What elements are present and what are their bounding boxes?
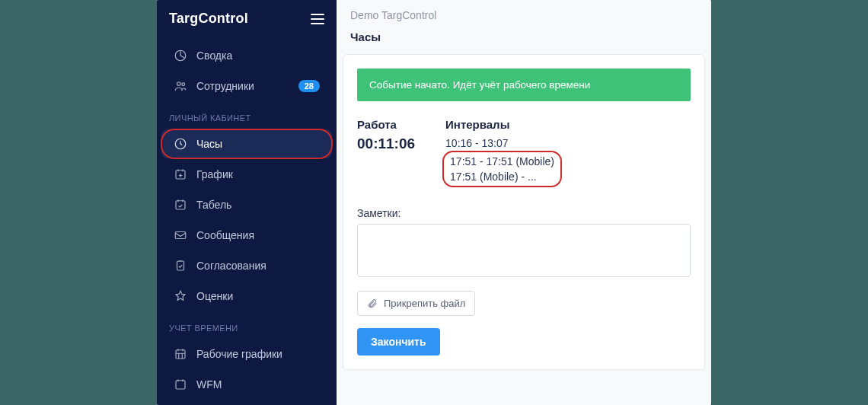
- sidebar-item-label: График: [196, 168, 320, 180]
- section-title-timekeeping: УЧЕТ ВРЕМЕНИ: [157, 311, 337, 339]
- intervals-label: Интервалы: [445, 118, 559, 131]
- interval-row: 17:51 - 17:51 (Mobile): [450, 154, 554, 169]
- main-area: Demo TargControl Часы Событие начато. Ид…: [337, 0, 711, 405]
- sidebar-item-label: Согласования: [196, 260, 320, 272]
- notes-textarea[interactable]: [357, 224, 691, 277]
- calendar-grid-icon: [174, 347, 187, 361]
- sidebar-item-timesheet[interactable]: Табель: [161, 190, 332, 219]
- sidebar-item-summary[interactable]: Сводка: [161, 41, 332, 70]
- svg-point-2: [182, 83, 185, 86]
- status-banner: Событие начато. Идёт учёт рабочего време…: [357, 69, 691, 101]
- sidebar-item-wfm[interactable]: WFM: [161, 370, 332, 399]
- sidebar-item-label: Рабочие графики: [196, 348, 320, 360]
- sidebar-item-hours[interactable]: Часы: [161, 129, 332, 158]
- breadcrumb: Demo TargControl: [337, 0, 711, 26]
- calendar-check-icon: [174, 198, 187, 212]
- sidebar-item-label: Часы: [196, 138, 320, 150]
- calendar-icon: [174, 378, 187, 391]
- pie-chart-icon: [174, 49, 187, 62]
- mail-icon: [174, 228, 187, 242]
- svg-rect-9: [176, 381, 185, 389]
- sidebar-item-schedule[interactable]: График: [161, 160, 332, 189]
- star-icon: [174, 289, 187, 303]
- app-window: TargControl Сводка Сотрудники 28 ЛИЧНЫЙ …: [157, 0, 711, 405]
- sidebar-item-ratings[interactable]: Оценки: [161, 282, 332, 311]
- section-title-personal: ЛИЧНЫЙ КАБИНЕТ: [157, 101, 337, 129]
- interval-row: 10:16 - 13:07: [445, 136, 559, 151]
- clipboard-check-icon: [174, 259, 187, 273]
- sidebar-item-label: Оценки: [196, 290, 320, 302]
- sidebar-item-work-schedules[interactable]: Рабочие графики: [161, 340, 332, 368]
- sidebar-item-label: Сводка: [196, 49, 320, 62]
- work-timer: 00:11:06: [357, 136, 415, 152]
- sidebar-header: TargControl: [157, 0, 337, 40]
- sidebar-item-label: Сотрудники: [196, 80, 289, 92]
- intervals-block: Интервалы 10:16 - 13:07 17:51 - 17:51 (M…: [445, 118, 559, 186]
- sidebar: TargControl Сводка Сотрудники 28 ЛИЧНЫЙ …: [157, 0, 337, 405]
- work-label: Работа: [357, 118, 415, 131]
- svg-rect-6: [175, 232, 186, 239]
- sidebar-nav: Сводка Сотрудники 28 ЛИЧНЫЙ КАБИНЕТ Часы…: [157, 40, 337, 400]
- svg-point-1: [177, 82, 181, 86]
- attach-file-button[interactable]: Прикрепить файл: [357, 291, 475, 316]
- content-scroll[interactable]: Часы Событие начато. Идёт учёт рабочего …: [337, 26, 711, 405]
- finish-button[interactable]: Закончить: [357, 328, 440, 356]
- sidebar-item-approvals[interactable]: Согласования: [161, 251, 332, 280]
- notes-label: Заметки:: [357, 207, 691, 219]
- brand-logo: TargControl: [169, 11, 248, 27]
- interval-row: 17:51 (Mobile) - ...: [450, 169, 554, 184]
- sidebar-item-employees[interactable]: Сотрудники 28: [161, 72, 332, 100]
- svg-rect-7: [177, 261, 184, 270]
- users-icon: [174, 79, 187, 93]
- svg-rect-5: [176, 201, 185, 209]
- sidebar-item-label: Сообщения: [196, 229, 320, 241]
- sidebar-item-messages[interactable]: Сообщения: [161, 221, 332, 250]
- clock-icon: [174, 137, 187, 151]
- employees-badge: 28: [298, 80, 320, 92]
- hours-card: Событие начато. Идёт учёт рабочего време…: [343, 54, 705, 370]
- svg-rect-8: [176, 350, 185, 359]
- calendar-plus-icon: [174, 167, 187, 181]
- attach-label: Прикрепить файл: [384, 298, 465, 309]
- page-title: Часы: [343, 26, 705, 54]
- paperclip-icon: [367, 298, 378, 309]
- sidebar-item-label: Табель: [196, 199, 320, 211]
- work-block: Работа 00:11:06: [357, 118, 415, 186]
- sidebar-item-label: WFM: [196, 378, 320, 391]
- menu-toggle-icon[interactable]: [311, 14, 324, 24]
